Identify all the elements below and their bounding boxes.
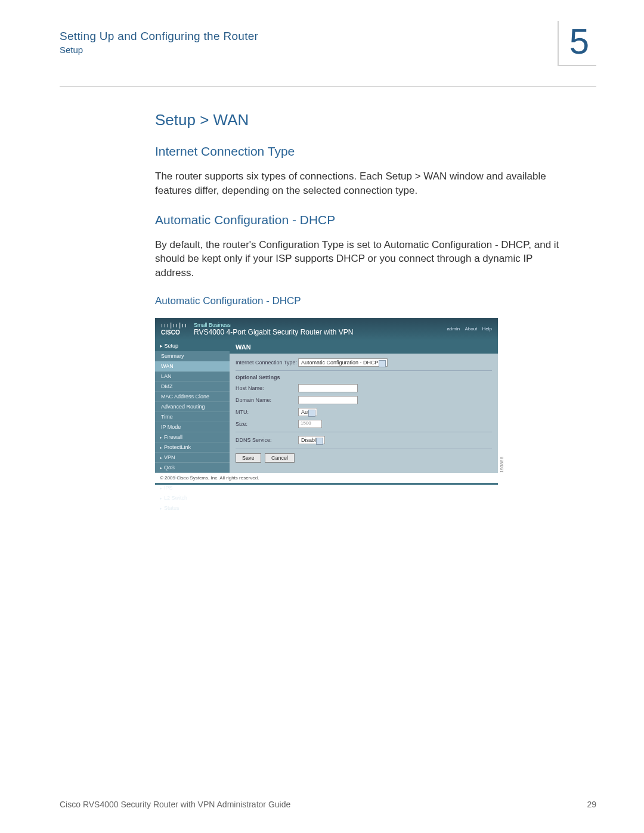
select-mtu[interactable]: Auto [298, 408, 317, 416]
nav-time[interactable]: Time [155, 412, 230, 422]
figure-caption-dhcp: Automatic Configuration - DHCP [155, 295, 561, 307]
image-id: 193886 [499, 457, 504, 473]
nav-lan[interactable]: LAN [155, 371, 230, 382]
label-ddns: DDNS Service: [236, 437, 298, 443]
label-size: Size: [236, 421, 298, 427]
label-mtu: MTU: [236, 409, 298, 415]
input-hostname[interactable] [298, 384, 358, 392]
chapter-subtitle: Setup [60, 45, 596, 55]
small-business-label: Small Business [194, 322, 353, 328]
paragraph-dhcp: By default, the router's Configuration T… [155, 238, 561, 280]
cancel-button[interactable]: Cancel [265, 453, 295, 463]
nav-ips[interactable]: IPS [155, 483, 230, 493]
label-conn-type: Internet Connection Type: [236, 360, 298, 366]
label-optional-settings: Optional Settings [236, 374, 492, 380]
chapter-title: Setting Up and Configuring the Router [60, 30, 596, 43]
heading-setup-wan: Setup > WAN [155, 111, 561, 129]
nav-firewall[interactable]: Firewall [155, 432, 230, 442]
model-label: RVS4000 4-Port Gigabit Security Router w… [194, 328, 353, 336]
paragraph-connections: The router supports six types of connect… [155, 169, 561, 198]
label-hostname: Host Name: [236, 385, 298, 391]
link-help[interactable]: Help [482, 326, 492, 332]
sidebar-nav: ▸ Setup Summary WAN LAN DMZ MAC Address … [155, 340, 230, 473]
chapter-number: 5 [558, 21, 596, 66]
link-admin[interactable]: admin [447, 326, 460, 332]
save-button[interactable]: Save [236, 453, 261, 463]
nav-ipmode[interactable]: IP Mode [155, 422, 230, 432]
select-ddns[interactable]: Disabled [298, 436, 325, 444]
select-conn-type[interactable]: Automatic Configuration - DHCP [298, 358, 388, 367]
cisco-logo: ııı|ıı|ıı CISCO [161, 322, 188, 336]
link-about[interactable]: About [465, 326, 477, 332]
footer-guide-title: Cisco RVS4000 Security Router with VPN A… [60, 800, 290, 809]
input-size[interactable]: 1500 [298, 420, 322, 428]
router-ui-screenshot: ııı|ıı|ıı CISCO Small Business RVS4000 4… [155, 318, 498, 485]
nav-setup[interactable]: ▸ Setup [155, 340, 230, 351]
heading-internet-connection-type: Internet Connection Type [155, 144, 561, 159]
label-domain: Domain Name: [236, 397, 298, 403]
nav-advanced-routing[interactable]: Advanced Routing [155, 402, 230, 412]
nav-l2switch[interactable]: L2 Switch [155, 493, 230, 503]
nav-wan[interactable]: WAN [155, 361, 230, 371]
heading-auto-dhcp: Automatic Configuration - DHCP [155, 213, 561, 227]
footer-page-number: 29 [587, 800, 596, 809]
panel-tab-wan: WAN [230, 340, 498, 354]
header-divider [60, 86, 596, 87]
nav-summary[interactable]: Summary [155, 351, 230, 361]
nav-protectlink[interactable]: ProtectLink [155, 442, 230, 453]
nav-dmz[interactable]: DMZ [155, 382, 230, 392]
top-links: admin About Help [443, 326, 492, 332]
nav-vpn[interactable]: VPN [155, 453, 230, 463]
nav-status[interactable]: Status [155, 503, 230, 513]
nav-mac-clone[interactable]: MAC Address Clone [155, 392, 230, 402]
nav-qos[interactable]: QoS [155, 463, 230, 473]
input-domain[interactable] [298, 396, 358, 404]
